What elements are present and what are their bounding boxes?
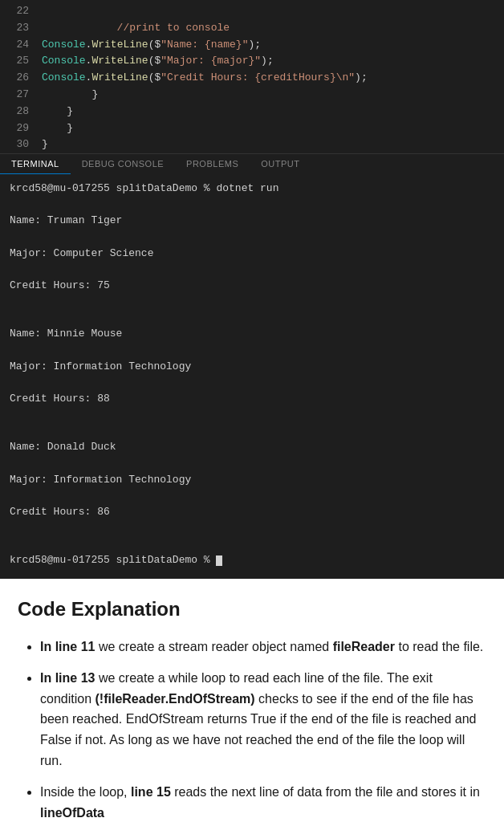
line-number: 28 bbox=[6, 104, 29, 120]
code-editor: 22 23 //print to console 24 Console.Writ… bbox=[0, 0, 504, 579]
line-number: 26 bbox=[6, 70, 29, 87]
bullet-list: In line 11 we create a stream reader obj… bbox=[18, 637, 486, 822]
terminal-line: Major: Computer Science bbox=[10, 246, 494, 262]
line-number: 22 bbox=[6, 3, 29, 20]
section-title: Code Explanation bbox=[18, 598, 486, 621]
tab-terminal[interactable]: TERMINAL bbox=[0, 154, 71, 174]
line-number: 23 bbox=[6, 20, 29, 37]
terminal-output: krcd58@mu-017255 splitDataDemo % dotnet … bbox=[0, 174, 504, 578]
terminal-line: Name: Donald Duck bbox=[10, 439, 494, 455]
content-section: Code Explanation In line 11 we create a … bbox=[0, 579, 504, 822]
list-item: In line 13 we create a while loop to rea… bbox=[40, 668, 486, 771]
terminal-line: krcd58@mu-017255 splitDataDemo % dotnet … bbox=[10, 181, 494, 197]
code-content: Console.WriteLine($"Credit Hours: {credi… bbox=[42, 70, 368, 87]
terminal-prompt-line: krcd58@mu-017255 splitDataDemo % bbox=[10, 552, 494, 568]
terminal-line: Credit Hours: 75 bbox=[10, 278, 494, 294]
line-number: 29 bbox=[6, 120, 29, 137]
code-content: Console.WriteLine($"Major: {major}"); bbox=[42, 53, 274, 70]
code-line: 26 Console.WriteLine($"Credit Hours: {cr… bbox=[0, 70, 504, 87]
code-line: 27 } bbox=[0, 87, 504, 104]
code-line: 28 } bbox=[0, 104, 504, 120]
terminal-line: Name: Truman Tiger bbox=[10, 213, 494, 229]
bullet-text: In line 13 we create a while loop to rea… bbox=[40, 671, 476, 767]
bullet-text: In line 11 we create a stream reader obj… bbox=[40, 640, 483, 653]
tab-output[interactable]: OUTPUT bbox=[250, 154, 311, 174]
tab-problems[interactable]: PROBLEMS bbox=[175, 154, 250, 174]
code-content: //print to console bbox=[42, 20, 230, 37]
bold-text: line 15 bbox=[131, 785, 171, 799]
list-item: Inside the loop, line 15 reads the next … bbox=[40, 782, 486, 822]
bold-text: In line 13 bbox=[40, 671, 95, 685]
line-number: 25 bbox=[6, 53, 29, 70]
bold-text: lineOfData bbox=[40, 806, 104, 820]
terminal-tabs: TERMINAL DEBUG CONSOLE PROBLEMS OUTPUT bbox=[0, 153, 504, 174]
code-area: 22 23 //print to console 24 Console.Writ… bbox=[0, 0, 504, 153]
terminal-line: Credit Hours: 88 bbox=[10, 391, 494, 407]
code-content: } bbox=[42, 120, 73, 137]
bold-text: fileReader bbox=[333, 640, 395, 653]
terminal-line: Name: Minnie Mouse bbox=[10, 326, 494, 342]
terminal-cursor bbox=[216, 555, 222, 566]
code-line: 24 Console.WriteLine($"Name: {name}"); bbox=[0, 37, 504, 54]
line-number: 30 bbox=[6, 136, 29, 153]
code-line: 25 Console.WriteLine($"Major: {major}"); bbox=[0, 53, 504, 70]
list-item: In line 11 we create a stream reader obj… bbox=[40, 637, 486, 657]
bullet-text: Inside the loop, line 15 reads the next … bbox=[40, 785, 480, 820]
terminal-line: Credit Hours: 86 bbox=[10, 504, 494, 520]
code-content: } bbox=[42, 136, 48, 153]
code-content: } bbox=[42, 104, 73, 120]
code-content: Console.WriteLine($"Name: {name}"); bbox=[42, 37, 261, 54]
code-content: } bbox=[42, 87, 98, 104]
terminal-line: Major: Information Technology bbox=[10, 359, 494, 375]
terminal-line: Major: Information Technology bbox=[10, 472, 494, 488]
code-line: 29 } bbox=[0, 120, 504, 137]
line-number: 27 bbox=[6, 87, 29, 104]
bold-text: In line 11 bbox=[40, 640, 95, 653]
line-number: 24 bbox=[6, 37, 29, 54]
tab-debug-console[interactable]: DEBUG CONSOLE bbox=[71, 154, 175, 174]
code-line: 22 bbox=[0, 3, 504, 20]
code-line: 23 //print to console bbox=[0, 20, 504, 37]
bold-text: (!fileReader.EndOfStream) bbox=[96, 692, 255, 706]
code-line: 30 } bbox=[0, 136, 504, 153]
